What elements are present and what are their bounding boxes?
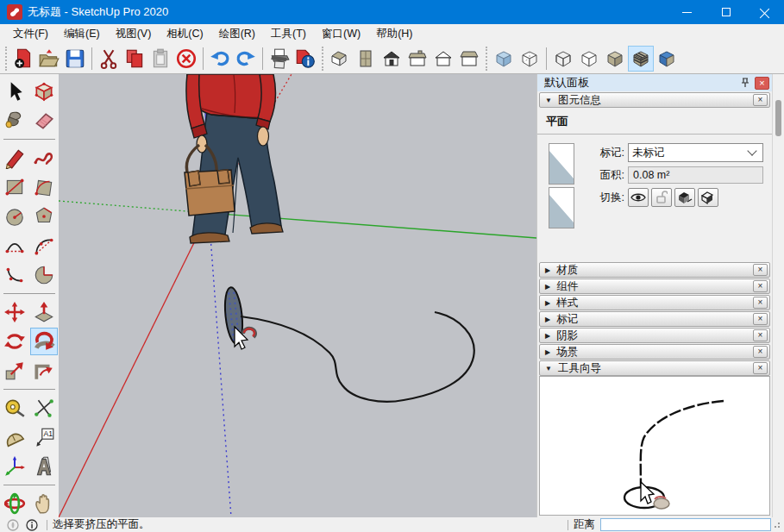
view-iso-button[interactable] [327, 46, 353, 72]
toggle-lock-button[interactable] [651, 188, 672, 207]
close-materials-button[interactable]: × [753, 264, 768, 276]
close-instructor-button[interactable]: × [753, 362, 768, 374]
close-entity-info-button[interactable]: × [753, 94, 768, 106]
tags-section-header[interactable]: ▶ 标记 × [539, 311, 770, 327]
instructor-section-header[interactable]: ▼ 工具向导 × [539, 360, 770, 376]
offset-tool-button[interactable] [30, 357, 58, 385]
resize-grip[interactable] [774, 522, 781, 529]
menu-draw[interactable]: 绘图(R) [211, 25, 263, 43]
minimize-button[interactable] [668, 0, 706, 24]
pin-panel-button[interactable] [737, 76, 753, 90]
text-tool-button[interactable]: A1 [30, 423, 58, 451]
components-section-header[interactable]: ▶ 组件 × [539, 279, 770, 294]
view-right-button[interactable] [405, 46, 430, 72]
menu-edit[interactable]: 编辑(E) [56, 25, 108, 43]
pan-tool-button[interactable] [30, 490, 58, 517]
menu-help[interactable]: 帮助(H) [368, 25, 420, 43]
view-top-button[interactable] [353, 46, 379, 72]
redo-button[interactable] [233, 46, 259, 72]
shadows-section-header[interactable]: ▶ 阴影 × [539, 328, 770, 343]
erase-button[interactable] [173, 46, 199, 72]
maximize-button[interactable] [706, 0, 745, 24]
paste-button[interactable] [147, 46, 173, 72]
orbit-tool-button[interactable] [1, 490, 28, 517]
open-file-button[interactable] [36, 46, 62, 72]
toolbar-drag-handle[interactable] [486, 47, 487, 71]
arc-tool-button[interactable] [30, 232, 58, 260]
styles-section-header[interactable]: ▶ 样式 × [539, 295, 770, 310]
scale-tool-button[interactable] [1, 357, 28, 385]
front-color-swatch[interactable] [549, 143, 574, 185]
close-tags-button[interactable]: × [753, 313, 768, 325]
style-hidden-line-button[interactable] [576, 46, 602, 72]
style-wireframe-button[interactable] [550, 46, 576, 72]
rotate-tool-button[interactable] [1, 328, 28, 355]
three-point-arc-tool-button[interactable] [1, 261, 28, 289]
push-pull-tool-button[interactable] [30, 298, 58, 326]
dimension-tool-button[interactable] [30, 394, 58, 422]
polygon-tool-button[interactable] [30, 203, 58, 230]
close-shadows-button[interactable]: × [753, 329, 768, 341]
view-back-button[interactable] [430, 46, 456, 72]
model-info-button[interactable] [292, 46, 318, 72]
axes-tool-button[interactable] [1, 453, 28, 480]
scrollbar-thumb[interactable] [775, 100, 781, 136]
tape-measure-tool-button[interactable] [1, 394, 28, 422]
menu-window[interactable]: 窗口(W) [314, 25, 368, 43]
style-xray-button[interactable] [491, 46, 517, 72]
cut-button[interactable] [96, 46, 122, 72]
toggle-cast-shadows-button[interactable] [698, 188, 718, 207]
extrusion-path-curve[interactable] [241, 312, 474, 402]
toggle-receive-shadows-button[interactable] [674, 188, 695, 207]
eraser-tool-button[interactable] [30, 107, 58, 135]
follow-me-tool-button[interactable] [30, 328, 58, 355]
menu-file[interactable]: 文件(F) [5, 25, 56, 43]
two-point-arc-tool-button[interactable] [1, 232, 28, 260]
geolocation-button[interactable] [7, 519, 19, 531]
style-shaded-with-textures-button[interactable] [628, 46, 654, 72]
print-button[interactable] [267, 46, 292, 72]
scale-figure-person[interactable] [185, 74, 283, 243]
view-left-button[interactable] [456, 46, 482, 72]
close-panel-tray-button[interactable]: × [755, 77, 769, 90]
scenes-section-header[interactable]: ▶ 场景 × [539, 344, 770, 360]
move-tool-button[interactable] [1, 298, 28, 326]
measurement-input[interactable] [600, 518, 771, 531]
style-shaded-button[interactable] [602, 46, 628, 72]
rotated-rectangle-tool-button[interactable] [30, 173, 58, 201]
make-component-tool-button[interactable] [30, 78, 58, 105]
credits-button[interactable] [26, 519, 38, 531]
style-back-edges-button[interactable] [517, 46, 543, 72]
circle-tool-button[interactable] [1, 203, 28, 230]
select-tool-button[interactable] [1, 78, 28, 105]
protractor-tool-button[interactable] [1, 423, 28, 451]
close-components-button[interactable]: × [753, 280, 768, 292]
toggle-visible-button[interactable] [628, 188, 649, 207]
close-styles-button[interactable]: × [753, 297, 768, 309]
copy-button[interactable] [122, 46, 147, 72]
freehand-tool-button[interactable] [30, 144, 58, 172]
3d-text-tool-button[interactable] [30, 453, 58, 480]
toolbar-drag-handle[interactable] [5, 47, 7, 71]
pie-tool-button[interactable] [30, 261, 58, 289]
drawing-canvas[interactable] [59, 74, 536, 517]
toolbar-drag-handle[interactable] [322, 47, 323, 71]
close-scenes-button[interactable]: × [753, 346, 768, 358]
rectangle-tool-button[interactable] [1, 173, 28, 201]
paint-bucket-tool-button[interactable] [1, 107, 28, 135]
back-color-swatch[interactable] [549, 187, 574, 228]
style-monochrome-button[interactable] [654, 46, 680, 72]
line-tool-button[interactable] [1, 144, 28, 172]
undo-button[interactable] [207, 46, 233, 72]
menu-tools[interactable]: 工具(T) [263, 25, 314, 43]
new-file-button[interactable] [10, 46, 36, 72]
tag-dropdown[interactable]: 未标记 [628, 143, 763, 162]
panel-scrollbar[interactable] [772, 74, 784, 517]
entity-info-header[interactable]: ▼ 图元信息 × [539, 92, 770, 108]
menu-camera[interactable]: 相机(C) [159, 25, 210, 43]
save-button[interactable] [62, 46, 88, 72]
view-front-button[interactable] [379, 46, 405, 72]
close-button[interactable] [745, 0, 784, 24]
materials-section-header[interactable]: ▶ 材质 × [539, 262, 770, 278]
menu-view[interactable]: 视图(V) [108, 25, 160, 43]
